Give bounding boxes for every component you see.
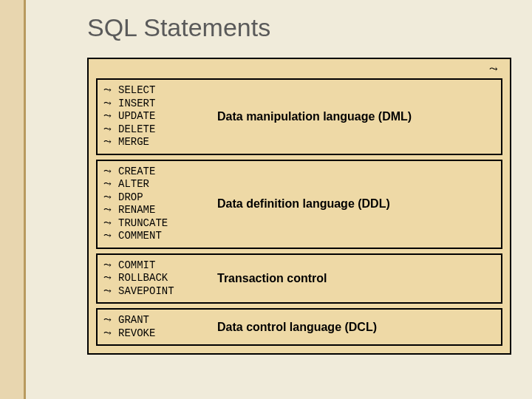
decorative-left-stripe (0, 0, 24, 399)
group-label: Data definition language (DDL) (217, 197, 390, 211)
bullet-icon: ⤳ (103, 136, 114, 148)
command-text: COMMIT (118, 259, 155, 273)
command-text: RENAME (118, 204, 155, 217)
group-label: Transaction control (217, 272, 327, 285)
command-list: ⤳GRANT ⤳REVOKE (103, 314, 211, 340)
command-text: COMMENT (118, 230, 162, 243)
bullet-icon: ⤳ (103, 230, 114, 242)
command-text: MERGE (118, 136, 149, 149)
command-list: ⤳SELECT ⤳INSERT ⤳UPDATE ⤳DELETE ⤳MERGE (103, 84, 211, 149)
command-text: ALTER (118, 178, 149, 191)
command-text: DROP (118, 191, 143, 205)
group-dml: ⤳SELECT ⤳INSERT ⤳UPDATE ⤳DELETE ⤳MERGE D… (96, 78, 502, 155)
list-item: ⤳TRUNCATE (103, 217, 211, 231)
group-transaction: ⤳COMMIT ⤳ROLLBACK ⤳SAVEPOINT Transaction… (96, 253, 502, 304)
list-item: ⤳ALTER (103, 178, 211, 191)
command-text: SAVEPOINT (118, 285, 174, 299)
command-text: SELECT (118, 84, 155, 98)
page-title: SQL Statements (87, 13, 270, 42)
list-item: ⤳UPDATE (103, 110, 211, 123)
command-text: TRUNCATE (118, 217, 168, 231)
list-item: ⤳RENAME (103, 204, 211, 217)
bullet-icon: ⤳ (103, 123, 114, 135)
bullet-icon: ⤳ (103, 110, 114, 122)
command-text: REVOKE (118, 327, 155, 341)
command-text: CREATE (118, 166, 155, 179)
list-item: ⤳ROLLBACK (103, 272, 211, 285)
list-item: ⤳COMMIT (103, 259, 211, 273)
command-text: GRANT (118, 314, 149, 327)
bullet-icon: ⤳ (103, 272, 114, 284)
bullet-icon: ⤳ (103, 259, 114, 271)
group-ddl: ⤳CREATE ⤳ALTER ⤳DROP ⤳RENAME ⤳TRUNCATE ⤳… (96, 160, 502, 249)
list-item: ⤳REVOKE (103, 327, 211, 341)
bullet-icon: ⤳ (103, 285, 114, 297)
bullet-icon: ⤳ (103, 191, 114, 203)
group-dcl: ⤳GRANT ⤳REVOKE Data control language (DC… (96, 308, 502, 346)
list-item: ⤳COMMENT (103, 230, 211, 243)
list-item: ⤳GRANT (103, 314, 211, 327)
command-text: DELETE (118, 123, 155, 137)
command-list: ⤳COMMIT ⤳ROLLBACK ⤳SAVEPOINT (103, 259, 211, 299)
panel-top-glyph: ⤳ (96, 65, 502, 74)
bullet-icon: ⤳ (103, 84, 114, 96)
bullet-icon: ⤳ (103, 314, 114, 326)
statements-panel: ⤳ ⤳SELECT ⤳INSERT ⤳UPDATE ⤳DELETE ⤳MERGE… (87, 58, 511, 355)
bullet-icon: ⤳ (103, 178, 114, 190)
list-item: ⤳CREATE (103, 166, 211, 179)
bullet-icon: ⤳ (103, 327, 114, 339)
group-label: Data manipulation language (DML) (217, 110, 412, 123)
list-item: ⤳SELECT (103, 84, 211, 98)
bullet-icon: ⤳ (103, 98, 114, 109)
command-text: ROLLBACK (118, 272, 168, 285)
bullet-icon: ⤳ (103, 166, 114, 177)
list-item: ⤳MERGE (103, 136, 211, 149)
command-text: INSERT (118, 98, 155, 111)
command-text: UPDATE (118, 110, 155, 123)
command-list: ⤳CREATE ⤳ALTER ⤳DROP ⤳RENAME ⤳TRUNCATE ⤳… (103, 166, 211, 243)
list-item: ⤳DELETE (103, 123, 211, 137)
list-item: ⤳DROP (103, 191, 211, 205)
list-item: ⤳INSERT (103, 98, 211, 111)
list-item: ⤳SAVEPOINT (103, 285, 211, 299)
bullet-icon: ⤳ (103, 217, 114, 229)
group-label: Data control language (DCL) (217, 321, 377, 334)
bullet-icon: ⤳ (103, 204, 114, 216)
